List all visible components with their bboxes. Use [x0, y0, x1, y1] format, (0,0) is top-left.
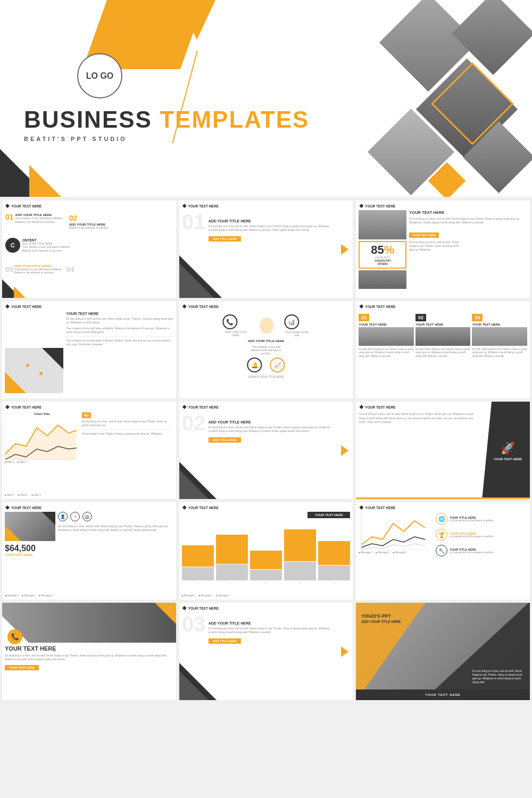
- cover-photo-collage: [303, 0, 532, 197]
- cover-slide: LO GO BUSINESS TEMPLATES BEATIT'S PPT ST…: [0, 0, 532, 197]
- slide-r4s1[interactable]: YOUR TEXT HERE $64,500 YOUR TEXT HERE 👤 …: [2, 502, 177, 600]
- line-chart: [5, 417, 77, 460]
- row-5: 📞 YOUR TEXT HERE Do anything at a time, …: [2, 602, 530, 701]
- row-4: YOUR TEXT HERE $64,500 YOUR TEXT HERE 👤 …: [2, 502, 530, 600]
- slide-r3s3[interactable]: YOUR TEXT HERE 🚀 YOUR TEXT HERE Do one t…: [355, 401, 530, 500]
- slide-r5s3[interactable]: YOUZI'S PPT ADD YOUR TITLE HERE Do one t…: [355, 602, 530, 701]
- slide-r1s1[interactable]: YOUR TEXT HERE 01 ADD YOUR TITLE HERE Tr…: [2, 200, 177, 298]
- cover-title: BUSINESS TEMPLATES: [24, 106, 309, 133]
- slides-grid: YOUR TEXT HERE 01 ADD YOUR TITLE HERE Tr…: [2, 200, 530, 703]
- slide-r5s2[interactable]: YOUR TEXT HERE 03 ADD YOUR TITLE HERE Do…: [179, 602, 354, 701]
- row-1: YOUR TEXT HERE 01 ADD YOUR TITLE HERE Tr…: [2, 200, 530, 298]
- cover-subtitle: BEATIT'S PPT STUDIO: [24, 136, 309, 142]
- slide-r1s3[interactable]: YOUR TEXT HERE 85% YOUR TEXT YOUZI'S PPT…: [355, 200, 530, 298]
- slide-r1s2[interactable]: YOUR TEXT HERE 01 ADD YOUR TITLE HERE Do…: [179, 200, 354, 298]
- slide-r2s3[interactable]: YOUR TEXT HERE 01 YOUR TEXT HERE Do well…: [355, 301, 530, 399]
- slide-header: YOUR TEXT HERE: [5, 204, 41, 208]
- slide-r5s1[interactable]: 📞 YOUR TEXT HERE Do anything at a time, …: [2, 602, 177, 701]
- slide-header: YOUR TEXT HERE: [182, 204, 219, 208]
- bullet-icon: [5, 204, 10, 208]
- num-items: 01 ADD YOUR TITLE HERE True mastery of a…: [5, 211, 173, 230]
- row-3: YOUR TEXT HERE Chart Title ■ label 1■ la…: [2, 401, 530, 500]
- line-chart-2: [359, 513, 430, 550]
- slide-r4s3[interactable]: YOUR TEXT HERE ■ Message 1■ Message 2■ M…: [355, 502, 530, 600]
- slide-header: YOUR TEXT HERE: [359, 204, 395, 208]
- slide-title: YOUR TEXT HERE: [11, 204, 41, 208]
- slide-r4s2[interactable]: YOUR TEXT HERE YOUR TEXT HERE 1 2: [179, 502, 354, 600]
- cover-logo: LO GO: [77, 53, 122, 98]
- slide-r2s2[interactable]: YOUR TEXT HERE 📞 ADD YOUR TITLE HERE 📊 T…: [179, 301, 354, 399]
- slide-r3s1[interactable]: YOUR TEXT HERE Chart Title ■ label 1■ la…: [2, 401, 177, 500]
- logo-text: LO GO: [86, 71, 114, 81]
- cover-title-area: BUSINESS TEMPLATES BEATIT'S PPT STUDIO: [24, 106, 309, 142]
- row-2: YOUR TEXT HERE YOUR TEXT HERE Do one thi…: [2, 301, 530, 399]
- title-yellow: TEMPLATES: [160, 106, 309, 132]
- slide-r3s2[interactable]: YOUR TEXT HERE 02 ADD YOUR TITLE HERE Do…: [179, 401, 354, 500]
- title-black: BUSINESS: [24, 106, 160, 132]
- slide-r2s1[interactable]: YOUR TEXT HERE YOUR TEXT HERE Do one thi…: [2, 301, 177, 399]
- cover-yellow-tri-bl: [29, 165, 61, 197]
